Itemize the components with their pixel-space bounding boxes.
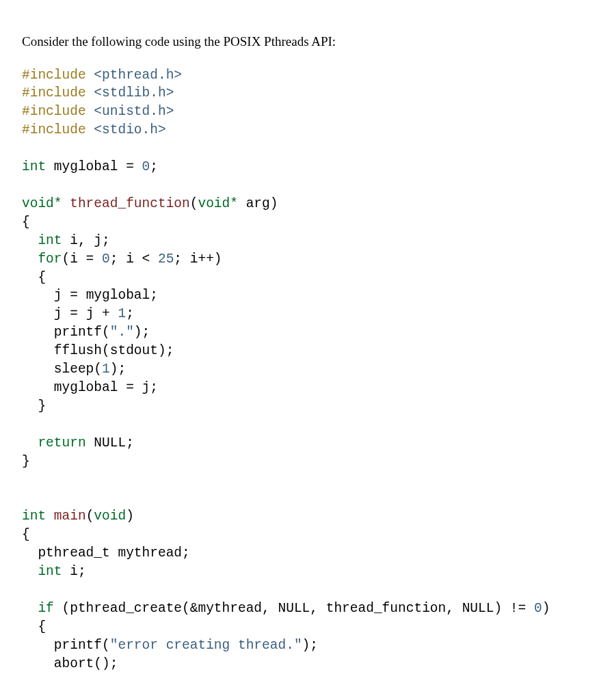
header-pthread: <pthread.h> (94, 68, 182, 83)
num-0: 0 (534, 601, 542, 616)
keyword-int: int (22, 509, 46, 524)
num-1: 1 (102, 362, 110, 377)
num-0: 0 (142, 159, 150, 174)
keyword-return: return (38, 435, 85, 450)
ident-j: j (54, 288, 62, 303)
call-fflush: fflush (54, 343, 102, 358)
ident-i: i (126, 252, 134, 267)
num-1: 1 (118, 306, 126, 321)
header-unistd: <unistd.h> (94, 104, 174, 119)
str-err: "error creating thread." (110, 638, 302, 653)
header-stdio: <stdio.h> (94, 122, 165, 137)
call-printf: printf (54, 638, 102, 653)
intro-text: Consider the following code using the PO… (22, 32, 590, 51)
include-directive: #include (22, 85, 86, 100)
ident-threadfn: thread_function (326, 601, 447, 616)
ident-myglobal: myglobal (54, 159, 118, 174)
include-directive: #include (22, 122, 86, 137)
num-0: 0 (102, 252, 110, 267)
str-dot: "." (110, 325, 134, 340)
ident-i: i (70, 252, 78, 267)
ident-mythread: mythread (198, 601, 262, 616)
ident-pthread-t: pthread_t (38, 546, 109, 561)
keyword-if: if (38, 601, 53, 616)
keyword-int: int (22, 159, 46, 174)
fn-thread-function: thread_function (70, 196, 190, 211)
keyword-for: for (38, 252, 62, 267)
num-25: 25 (158, 252, 174, 267)
ident-arg: arg (246, 196, 270, 211)
ident-j: j (54, 306, 62, 321)
ident-i: i (70, 564, 78, 579)
include-directive: #include (22, 104, 86, 119)
header-stdlib: <stdlib.h> (94, 85, 174, 100)
keyword-int: int (38, 233, 62, 248)
ident-i: i (70, 233, 78, 248)
ident-j: j (86, 306, 94, 321)
ident-stdout: stdout (110, 343, 158, 358)
keyword-voidp: void* (198, 196, 238, 211)
ident-i: i (190, 252, 198, 267)
call-abort: abort (54, 656, 94, 671)
include-directive: #include (22, 68, 86, 83)
keyword-voidp: void* (22, 196, 62, 211)
ident-mythread: mythread (118, 546, 182, 561)
ident-j: j (94, 233, 102, 248)
fn-main: main (54, 509, 86, 524)
keyword-int: int (38, 564, 62, 579)
keyword-void: void (94, 509, 126, 524)
ident-null: NULL (94, 435, 126, 450)
ident-null: NULL (278, 601, 310, 616)
code-block: #include <pthread.h> #include <stdlib.h>… (22, 66, 590, 673)
call-sleep: sleep (54, 362, 94, 377)
call-pthread-create: pthread_create (70, 601, 182, 616)
call-printf: printf (54, 325, 102, 340)
ident-myglobal: myglobal (86, 288, 150, 303)
ident-j: j (142, 380, 150, 395)
ident-null: NULL (462, 601, 494, 616)
ident-myglobal: myglobal (54, 380, 118, 395)
